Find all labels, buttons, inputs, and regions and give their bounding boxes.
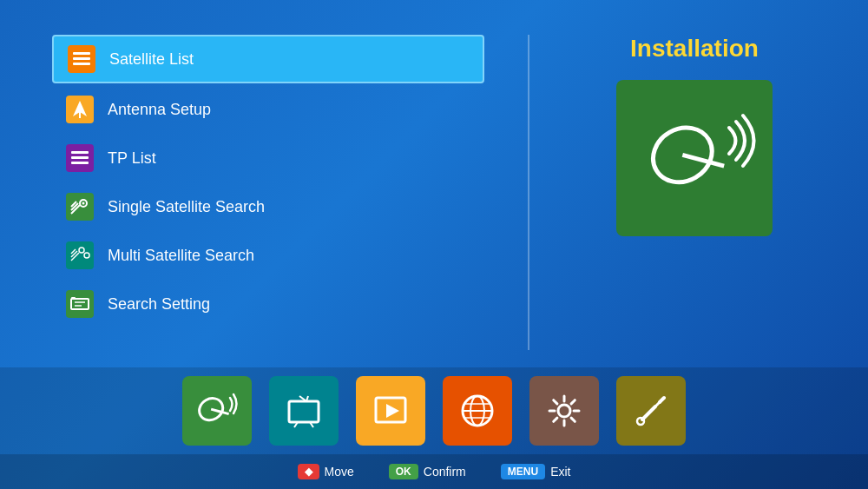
exit-key-badge: MENU: [501, 464, 545, 479]
svg-line-25: [211, 403, 228, 420]
multi-sat-search-icon: [66, 241, 94, 269]
svg-point-24: [195, 394, 227, 425]
bottom-web-btn[interactable]: [443, 376, 512, 446]
left-panel: Satellite List Antenna Setup: [52, 35, 484, 350]
menu-item-satellite-list[interactable]: Satellite List: [52, 35, 484, 83]
footer-bar: ◆ Move OK Confirm MENU Exit: [0, 454, 868, 489]
svg-line-50: [660, 398, 664, 402]
antenna-setup-label: Antenna Setup: [108, 101, 211, 119]
svg-point-16: [79, 248, 84, 253]
tp-list-label: TP List: [108, 149, 156, 168]
move-label: Move: [325, 465, 354, 479]
svg-line-46: [554, 418, 557, 421]
svg-rect-0: [73, 52, 90, 55]
confirm-key-badge: OK: [389, 464, 418, 479]
satellite-list-icon: [68, 45, 95, 73]
menu-item-antenna-setup[interactable]: Antenna Setup: [52, 87, 484, 132]
footer-confirm: OK Confirm: [389, 464, 466, 479]
svg-line-45: [571, 400, 575, 404]
footer-exit: MENU Exit: [501, 464, 571, 479]
bottom-tv-btn[interactable]: [269, 376, 339, 446]
svg-line-49: [647, 402, 660, 415]
satellite-image-box: [616, 80, 773, 236]
bottom-media-btn[interactable]: [356, 376, 425, 446]
installation-title: Installation: [630, 35, 759, 63]
menu-item-search-setting[interactable]: Search Setting: [52, 281, 484, 327]
single-satellite-search-label: Single Satellite Search: [108, 198, 265, 216]
menu-item-multi-satellite-search[interactable]: Multi Satellite Search: [52, 233, 484, 278]
menu-item-single-satellite-search[interactable]: Single Satellite Search: [52, 184, 484, 229]
confirm-label: Confirm: [424, 465, 466, 479]
svg-rect-26: [289, 401, 319, 422]
single-sat-search-icon: [66, 193, 94, 221]
move-key-badge: ◆: [298, 464, 319, 479]
svg-line-43: [554, 400, 557, 404]
tp-list-icon: [66, 144, 94, 172]
svg-rect-5: [71, 151, 89, 154]
svg-rect-7: [71, 162, 89, 164]
main-container: Satellite List Antenna Setup: [0, 0, 868, 489]
svg-rect-18: [71, 299, 89, 309]
satellite-svg: [629, 93, 760, 223]
svg-point-17: [84, 253, 89, 258]
menu-item-tp-list[interactable]: TP List: [52, 135, 484, 181]
svg-point-22: [643, 117, 722, 193]
svg-line-23: [682, 140, 724, 182]
search-setting-label: Search Setting: [108, 295, 210, 314]
satellite-list-label: Satellite List: [109, 50, 194, 69]
antenna-setup-icon: [66, 96, 94, 123]
svg-point-38: [558, 405, 570, 417]
multi-satellite-search-label: Multi Satellite Search: [108, 247, 254, 265]
bottom-satellite-btn[interactable]: [182, 376, 252, 446]
svg-line-44: [571, 418, 575, 421]
svg-rect-21: [71, 297, 76, 300]
svg-point-12: [82, 202, 85, 205]
svg-point-48: [637, 418, 644, 425]
content-area: Satellite List Antenna Setup: [0, 0, 868, 367]
footer-move: ◆ Move: [298, 464, 354, 479]
search-setting-icon: [66, 290, 94, 318]
bottom-tools-btn[interactable]: [616, 376, 686, 446]
svg-rect-6: [71, 156, 89, 159]
svg-marker-32: [386, 404, 399, 418]
divider: [528, 35, 529, 350]
svg-rect-2: [73, 63, 90, 65]
svg-rect-1: [73, 57, 90, 60]
exit-label: Exit: [550, 465, 570, 479]
bottom-settings-btn[interactable]: [529, 376, 599, 446]
bottom-icons-bar: [0, 367, 868, 454]
right-panel: Installation: [573, 35, 816, 350]
